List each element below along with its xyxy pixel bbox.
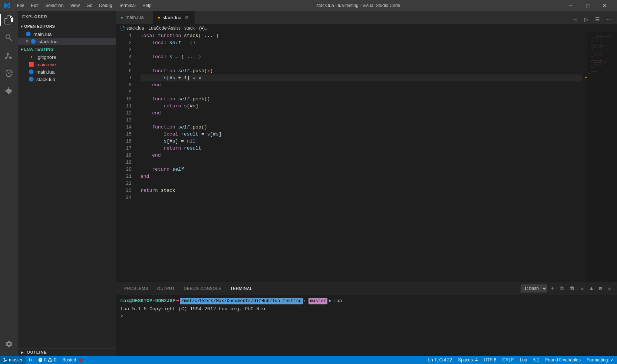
close-button[interactable]: ✕ <box>596 0 613 11</box>
split-editor-button[interactable]: ⊡ <box>571 15 580 24</box>
run-code-button[interactable]: ▷ <box>582 15 591 24</box>
statusbar-line-col[interactable]: Ln 7, Col 22 <box>425 356 455 364</box>
statusbar-eol[interactable]: CRLF <box>499 356 517 364</box>
close-panel-button[interactable]: ✕ <box>606 284 613 293</box>
sidebar-header: EXPLORER <box>18 11 116 22</box>
menu-view[interactable]: View <box>67 2 83 9</box>
panel-controls: 1: bash + ⧉ 🗑 ✕ ▲ ⊟ ✕ <box>521 284 613 293</box>
terminal-path: /mnt/c/Users/Max/Documents/GitHub/lua-te… <box>180 298 303 304</box>
breadcrumb-part-1[interactable]: LuaCoderAssist <box>148 26 180 31</box>
tab-output[interactable]: OUTPUT <box>153 284 179 293</box>
statusbar-branch-item[interactable]: master <box>0 356 26 364</box>
folder-file-main-exe-name: main.exe <box>36 62 56 67</box>
folder-file-main-lua-name: main.lua <box>36 69 55 75</box>
folder-file-main-lua[interactable]: 🔵 main.lua <box>18 68 116 76</box>
settings-gear-icon <box>5 340 13 348</box>
activity-settings[interactable] <box>0 335 18 353</box>
menu-help[interactable]: Help <box>139 2 155 9</box>
gitignore-icon: 🔸 <box>28 54 34 60</box>
statusbar-sync[interactable]: ↻ <box>26 356 35 364</box>
terminal-dot: ● <box>328 297 331 305</box>
breadcrumb-sep-3: › <box>196 26 198 31</box>
breadcrumb-part-3[interactable]: (●)... <box>199 26 208 31</box>
panel-layout-button[interactable]: ⊟ <box>597 284 604 293</box>
code-line-22 <box>141 180 582 187</box>
scrollbar-gutter[interactable] <box>582 32 587 282</box>
menu-debug[interactable]: Debug <box>96 2 115 9</box>
split-terminal-button[interactable]: ⧉ <box>558 284 566 293</box>
busted-label: Busted <box>62 357 76 363</box>
maximize-button[interactable]: □ <box>579 0 596 11</box>
folder-header[interactable]: ▾ LUA-TESTING <box>18 45 116 53</box>
tab-bar: ● main.lua ● stack.lua ✕ ⊡ ▷ ☰ ··· <box>116 11 617 24</box>
activity-search[interactable] <box>0 29 18 47</box>
menu-terminal[interactable]: Terminal <box>116 2 139 9</box>
code-line-19 <box>141 159 582 166</box>
tab-stack-lua-close[interactable]: ✕ <box>184 14 190 20</box>
terminal-selector[interactable]: 1: bash <box>521 284 547 293</box>
menu-file[interactable]: File <box>14 2 27 9</box>
modified-close-icon[interactable]: ✕ <box>25 39 29 44</box>
breadcrumb-file[interactable]: stack.lua <box>126 26 144 31</box>
tab-debug-console[interactable]: DEBUG CONSOLE <box>179 284 226 293</box>
breadcrumb-part-2[interactable]: stack <box>184 26 195 31</box>
code-editor[interactable]: local function stack( ... ) local self =… <box>135 32 582 282</box>
clear-terminal-button[interactable]: ✕ <box>578 284 586 293</box>
menu-selection[interactable]: Selection <box>42 2 66 9</box>
statusbar-formatting[interactable]: Formatting: ✓ <box>584 356 617 364</box>
open-editor-main-lua[interactable]: 🔵 main.lua <box>18 30 116 38</box>
statusbar-lua-version[interactable]: 5.1 <box>530 356 542 364</box>
line-numbers: 1 2 3 4 5 6 7 8 9 10 11 12 13 14 15 16 1 <box>116 32 135 282</box>
tab-terminal[interactable]: TERMINAL <box>226 284 257 293</box>
search-icon <box>4 33 13 42</box>
outline-section[interactable]: ▶ OUTLINE <box>18 348 116 356</box>
terminal-output-1: Lua 5.1.5 Copyright (C) 1994-2012 Lua.or… <box>121 305 613 313</box>
activity-bar <box>0 11 18 356</box>
tab-stack-lua[interactable]: ● stack.lua ✕ <box>153 11 195 24</box>
open-editor-main-lua-name: main.lua <box>33 31 52 37</box>
activity-explorer[interactable] <box>0 11 18 29</box>
panel-tabs: PROBLEMS OUTPUT DEBUG CONSOLE TERMINAL 1… <box>116 282 617 295</box>
folder-file-main-exe[interactable]: 🟥 main.exe <box>18 61 116 68</box>
folder-file-gitignore[interactable]: 🔸 .gitignore <box>18 53 116 61</box>
statusbar-language[interactable]: Lua <box>517 356 530 364</box>
breadcrumb-sep-1: › <box>145 26 147 31</box>
more-actions-button[interactable]: ··· <box>604 15 613 24</box>
activity-extensions[interactable] <box>0 82 18 100</box>
statusbar-found-vars[interactable]: Found 0 variables <box>542 356 584 364</box>
activity-source-control[interactable] <box>0 47 18 64</box>
minimize-button[interactable]: ─ <box>562 0 579 11</box>
breadcrumb: stack.lua › LuaCoderAssist › stack › (●)… <box>116 24 617 32</box>
terminal-content[interactable]: max@DESKTOP-9DM2J8P ➜ /mnt/c/Users/Max/D… <box>116 295 617 356</box>
tab-main-lua[interactable]: ● main.lua <box>116 11 153 24</box>
code-line-13 <box>141 117 582 124</box>
folder-file-stack-lua[interactable]: 🔵 stack.lua <box>18 76 116 83</box>
maximize-panel-button[interactable]: ▲ <box>588 284 595 293</box>
window-controls: ─ □ ✕ <box>562 0 613 11</box>
outline-label: OUTLINE <box>27 350 47 354</box>
statusbar-right: Ln 7, Col 22 Spaces: 4 UTF-8 CRLF Lua 5.… <box>425 356 617 364</box>
statusbar-busted[interactable]: Busted 🐞 <box>59 356 86 364</box>
minimap[interactable]: local function stack( ... ) local self =… <box>587 32 617 282</box>
statusbar-errors[interactable]: 0 0 <box>35 356 59 364</box>
open-settings-button[interactable]: ☰ <box>593 15 602 24</box>
source-control-icon <box>4 51 13 60</box>
statusbar-encoding[interactable]: UTF-8 <box>481 356 499 364</box>
kill-terminal-button[interactable]: 🗑 <box>567 284 577 293</box>
open-editor-stack-lua[interactable]: ✕ 🔵 stack.lua <box>18 38 116 45</box>
open-editors-header[interactable]: ▾ OPEN EDITORS <box>18 22 116 30</box>
spaces-text: Spaces: 4 <box>458 357 478 363</box>
lua-file-icon-2: 🔵 <box>30 39 36 44</box>
tab-problems[interactable]: PROBLEMS <box>120 284 153 293</box>
activity-bar-top <box>0 11 18 335</box>
panel: PROBLEMS OUTPUT DEBUG CONSOLE TERMINAL 1… <box>116 282 617 356</box>
code-line-2: local self = {} <box>141 39 582 46</box>
breadcrumb-file-icon <box>120 26 125 31</box>
code-line-20: return self <box>141 166 582 173</box>
menu-edit[interactable]: Edit <box>28 2 42 9</box>
activity-debug[interactable] <box>0 64 18 82</box>
new-terminal-button[interactable]: + <box>549 284 556 293</box>
menu-go[interactable]: Go <box>83 2 95 9</box>
statusbar-spaces[interactable]: Spaces: 4 <box>455 356 481 364</box>
code-line-24 <box>141 194 582 201</box>
